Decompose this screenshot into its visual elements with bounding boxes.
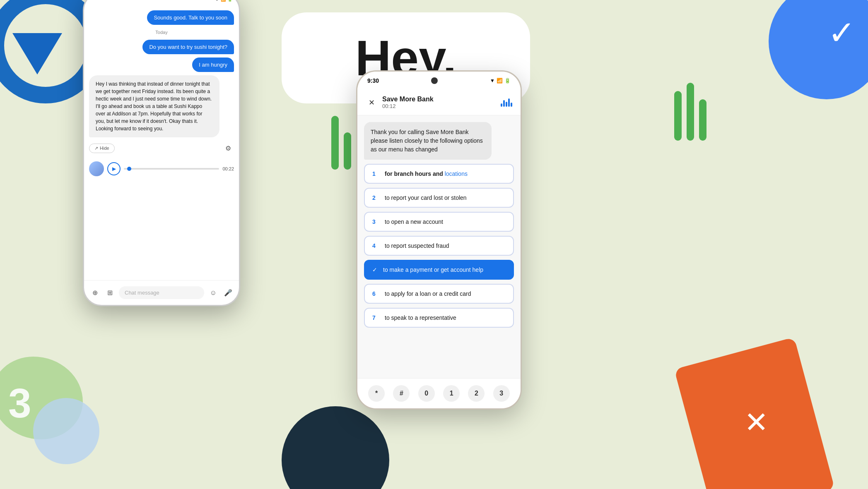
green-bar-3 <box>331 116 339 170</box>
keypad-row: * # 0 1 2 3 <box>364 384 514 403</box>
bg-circle-light-blue <box>33 398 99 464</box>
key-2[interactable]: 2 <box>468 385 485 402</box>
bg-triangle <box>12 33 62 74</box>
hide-button[interactable]: ↗ Hide <box>89 144 115 153</box>
msg-received-1: Hey I was thinking that instead of dinne… <box>89 75 219 137</box>
key-0[interactable]: 0 <box>418 385 435 402</box>
key-hash[interactable]: # <box>393 385 410 402</box>
bg-dark-circle <box>282 406 389 489</box>
option-number-6: 6 <box>372 290 379 297</box>
phone2-keypad: * # 0 1 2 3 <box>357 378 521 408</box>
option-text-4: to report suspected fraud <box>385 242 506 249</box>
signal-icon: 📶 <box>497 78 503 84</box>
call-close-button[interactable]: ✕ <box>366 97 377 108</box>
msg-sent-3: I am hungry <box>192 58 234 72</box>
menu-option-4[interactable]: 4 to report suspected fraud <box>364 236 514 256</box>
msg-date: Today <box>89 30 234 35</box>
phone1-screen: ▼ 📶 🔋 Sounds good. Talk to you soon Toda… <box>84 0 239 305</box>
key-1[interactable]: 1 <box>443 385 460 402</box>
green-bar-7 <box>699 99 706 141</box>
option-text-1: for branch hours and locations <box>385 170 506 177</box>
phone1-status-bar: ▼ 📶 🔋 <box>84 0 239 5</box>
phone1-input-bar: ⊕ ⊞ Chat message ☺ 🎤 <box>84 280 239 305</box>
green-bar-6 <box>687 83 694 141</box>
hide-icon: ↗ <box>94 146 98 151</box>
menu-option-2[interactable]: 2 to report your card lost or stolen <box>364 188 514 208</box>
bank-welcome-msg: Thank you for calling Save More Bank ple… <box>364 122 492 160</box>
wave-bar-3 <box>506 102 507 107</box>
phone-banking: 9:30 ▼ 📶 🔋 ✕ Save More Bank 00:12 <box>356 70 522 410</box>
call-waveform-icon <box>501 98 512 107</box>
wave-bar-5 <box>511 103 512 107</box>
add-icon[interactable]: ⊕ <box>89 287 101 299</box>
phone2-status-icons: ▼ 📶 🔋 <box>490 78 511 84</box>
voice-time: 00:22 <box>222 166 234 171</box>
phone2-camera <box>431 77 438 84</box>
key-star[interactable]: * <box>368 385 385 402</box>
phone2-screen: 9:30 ▼ 📶 🔋 ✕ Save More Bank 00:12 <box>357 72 521 408</box>
option-text-6: to apply for a loan or a credit card <box>385 290 506 297</box>
menu-option-1[interactable]: 1 for branch hours and locations <box>364 164 514 184</box>
green-bar-8 <box>674 91 682 141</box>
checkmark-icon: ✓ <box>372 266 377 273</box>
mic-icon[interactable]: 🎤 <box>222 287 234 299</box>
option-number-2: 2 <box>372 194 379 201</box>
phone1-messages: Sounds good. Talk to you soon Today Do y… <box>84 5 239 280</box>
msg-sent-1: Sounds good. Talk to you soon <box>147 10 234 25</box>
phone2-time: 9:30 <box>367 77 379 84</box>
option-text-2: to report your card lost or stolen <box>385 194 506 201</box>
green-bar-4 <box>344 132 351 170</box>
phone-messaging: ▼ 📶 🔋 Sounds good. Talk to you soon Toda… <box>83 0 240 306</box>
phone2-status-bar: 9:30 ▼ 📶 🔋 <box>357 72 521 90</box>
call-header: ✕ Save More Bank 00:12 <box>357 90 521 115</box>
chat-input[interactable]: Chat message <box>119 286 204 299</box>
waveform <box>124 168 219 170</box>
menu-option-7[interactable]: 7 to speak to a representative <box>364 308 514 328</box>
avatar <box>89 161 104 176</box>
settings-icon[interactable]: ⚙ <box>222 142 234 154</box>
menu-option-6[interactable]: 6 to apply for a loan or a credit card <box>364 284 514 304</box>
bg-cross-icon: ✕ <box>744 405 769 439</box>
play-button[interactable]: ▶ <box>107 162 121 175</box>
msg-hide-row: ↗ Hide ⚙ <box>89 141 234 156</box>
option-text-7: to speak to a representative <box>385 314 506 321</box>
phone2-content: Thank you for calling Save More Bank ple… <box>357 115 521 378</box>
wave-bar-2 <box>503 100 505 107</box>
option-number-3: 3 <box>372 218 379 225</box>
attachment-icon[interactable]: ⊞ <box>104 287 116 299</box>
option-number-4: 4 <box>372 242 379 249</box>
wave-bar-4 <box>508 98 510 107</box>
option-number-7: 7 <box>372 314 379 321</box>
call-info: Save More Bank 00:12 <box>382 96 496 109</box>
waveform-dot <box>127 167 131 171</box>
menu-option-5[interactable]: ✓ to make a payment or get account help <box>364 260 514 280</box>
call-timer: 00:12 <box>382 103 496 109</box>
bg-number-3: 3 <box>8 379 31 427</box>
wifi-icon: ▼ <box>490 78 495 84</box>
msg-sent-2: Do you want to try sushi tonight? <box>142 40 234 54</box>
call-name: Save More Bank <box>382 96 496 103</box>
menu-option-3[interactable]: 3 to open a new account <box>364 212 514 232</box>
bg-checkmark: ✓ <box>828 17 856 50</box>
option-text-5: to make a payment or get account help <box>383 266 506 273</box>
option-text-3: to open a new account <box>385 218 506 225</box>
battery-icon: 🔋 <box>504 78 511 84</box>
emoji-icon[interactable]: ☺ <box>207 287 219 299</box>
voice-message: ▶ 00:22 <box>89 159 234 179</box>
option-number-1: 1 <box>372 170 379 177</box>
phone1-icons: ▼ 📶 🔋 <box>215 0 232 2</box>
wave-bar-1 <box>501 103 502 107</box>
key-3[interactable]: 3 <box>493 385 510 402</box>
